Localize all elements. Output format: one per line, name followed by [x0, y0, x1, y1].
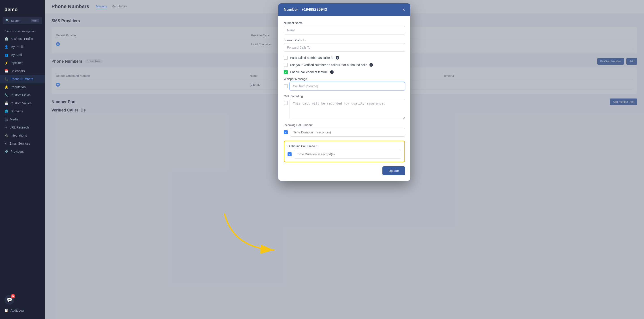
sidebar-item-label: My Profile [10, 45, 24, 49]
building-icon: 🏢 [4, 37, 8, 41]
sidebar-item-label: Audit Log [10, 309, 24, 312]
whisper-row [284, 82, 405, 90]
search-shortcut: ctrl K [31, 19, 40, 22]
pass-called-info-icon[interactable]: i [336, 56, 339, 60]
forward-calls-input[interactable] [284, 43, 405, 52]
sidebar: demo 🔍 Search ctrl K Back to main naviga… [0, 0, 45, 319]
sidebar-item-audit-log[interactable]: 📋 Audit Log [4, 306, 40, 314]
sidebar-item-pipelines[interactable]: ⚡ Pipelines [0, 59, 45, 67]
users-icon: 👥 [4, 53, 8, 57]
arrow-container: Number - +19498285943 × Number Name Forw… [278, 3, 410, 181]
outbound-timeout-input[interactable] [294, 150, 401, 158]
update-button[interactable]: Update [382, 166, 405, 175]
sidebar-item-integrations[interactable]: 🔌 Integrations [0, 131, 45, 139]
enable-call-connect-checkbox[interactable]: ✓ [284, 70, 288, 74]
back-to-navigation[interactable]: Back to main navigation [0, 28, 45, 35]
email-icon: ✉ [4, 142, 7, 145]
user-icon: 👤 [4, 45, 8, 49]
incoming-timeout-checkbox[interactable]: ✓ [284, 130, 288, 134]
modal-body: Number Name Forward Calls To Pass called… [278, 16, 410, 181]
sidebar-item-media[interactable]: 🖼 Media [0, 115, 45, 123]
sidebar-item-label: Providers [10, 150, 24, 153]
sidebar-item-label: Reputation [10, 85, 26, 89]
enable-call-connect-group: ✓ Enable call connect feature i [284, 70, 405, 74]
sidebar-item-custom-values[interactable]: 💾 Custom Values [0, 99, 45, 107]
search-bar[interactable]: 🔍 Search ctrl K [3, 17, 42, 24]
number-name-input[interactable] [284, 26, 405, 35]
integrations-icon: 🔌 [4, 134, 8, 137]
use-verified-number-label: Use your Verified Number as callerID for… [290, 63, 367, 67]
number-name-group: Number Name [284, 21, 405, 35]
sidebar-item-business-profile[interactable]: 🏢 Business Profile [0, 35, 45, 43]
number-name-label: Number Name [284, 21, 405, 25]
audit-icon: 📋 [4, 309, 8, 312]
sidebar-item-label: Business Profile [10, 37, 33, 41]
use-verified-number-checkbox[interactable] [284, 63, 288, 67]
star-icon: ⭐ [4, 85, 8, 89]
whisper-message-input[interactable] [290, 82, 405, 90]
chat-icon-wrap[interactable]: 💬 14 [4, 295, 14, 305]
use-verified-number-group: Use your Verified Number as callerID for… [284, 63, 405, 67]
sidebar-item-label: Custom Values [10, 101, 32, 105]
sidebar-item-label: Phone Numbers [10, 77, 33, 81]
chat-badge: 14 [11, 294, 15, 298]
arrow-svg [216, 207, 287, 257]
modal-close-button[interactable]: × [402, 8, 405, 12]
incoming-timeout-group: Incoming Call Timeout ✓ [284, 123, 405, 137]
modal-header: Number - +19498285943 × [278, 3, 410, 16]
sidebar-item-providers[interactable]: 🔗 Providers [0, 148, 45, 156]
search-label: Search [11, 19, 20, 22]
sidebar-item-label: My Staff [10, 53, 22, 57]
sidebar-item-label: URL Redirects [10, 126, 30, 129]
pipeline-icon: ⚡ [4, 61, 8, 65]
sidebar-item-custom-fields[interactable]: 🔧 Custom Fields [0, 91, 45, 99]
modal-overlay: Number - +19498285943 × Number Name Forw… [45, 0, 644, 319]
whisper-checkbox[interactable] [284, 84, 288, 88]
sidebar-item-label: Calendars [10, 69, 25, 73]
values-icon: 💾 [4, 101, 8, 105]
pass-called-number-checkbox[interactable] [284, 56, 288, 60]
provider-icon: 🔗 [4, 150, 8, 153]
outbound-timeout-label: Outbound Call Timeout [288, 144, 401, 148]
sidebar-item-label: Email Services [10, 142, 30, 145]
incoming-timeout-row: ✓ [284, 128, 405, 137]
sidebar-item-calendars[interactable]: 📅 Calendars [0, 67, 45, 75]
pass-called-number-label: Pass called number as caller id [290, 56, 334, 60]
sidebar-item-label: Custom Fields [10, 93, 30, 97]
modal-footer: Update [284, 166, 405, 175]
forward-calls-label: Forward Calls To [284, 39, 405, 42]
incoming-timeout-label: Incoming Call Timeout [284, 123, 405, 127]
enable-call-connect-label: Enable call connect feature [290, 70, 328, 74]
sidebar-item-url-redirects[interactable]: ↗ URL Redirects [0, 123, 45, 131]
calendar-icon: 📅 [4, 69, 8, 73]
whisper-message-group: Whisper Message [284, 77, 405, 90]
call-recording-row [284, 99, 405, 119]
sidebar-item-email-services[interactable]: ✉ Email Services [0, 139, 45, 148]
enable-call-connect-info-icon[interactable]: i [330, 70, 334, 74]
incoming-timeout-input[interactable] [290, 128, 405, 137]
forward-calls-group: Forward Calls To [284, 39, 405, 52]
redirect-icon: ↗ [4, 126, 7, 129]
sidebar-item-label: Domains [10, 110, 23, 113]
media-icon: 🖼 [4, 118, 8, 121]
call-recording-checkbox[interactable] [284, 101, 288, 105]
sidebar-item-my-profile[interactable]: 👤 My Profile [0, 43, 45, 51]
sidebar-bottom: 💬 14 📋 Audit Log [0, 295, 45, 314]
phone-icon: 📞 [4, 77, 8, 81]
sidebar-item-label: Integrations [10, 134, 27, 137]
sidebar-item-label: Media [10, 118, 18, 121]
sidebar-item-reputation[interactable]: ⭐ Reputation [0, 83, 45, 91]
outbound-timeout-highlight: Outbound Call Timeout ✓ [284, 141, 405, 162]
modal-title: Number - +19498285943 [284, 8, 327, 12]
globe-icon: 🌐 [4, 110, 8, 113]
outbound-timeout-row: ✓ [288, 150, 401, 158]
app-logo: demo [0, 5, 45, 17]
sidebar-item-phone-numbers[interactable]: 📞 Phone Numbers [0, 75, 45, 83]
call-recording-label: Call Recording [284, 95, 405, 98]
call-recording-textarea[interactable] [290, 99, 405, 119]
sidebar-item-my-staff[interactable]: 👥 My Staff [0, 51, 45, 59]
sidebar-item-domains[interactable]: 🌐 Domains [0, 107, 45, 115]
use-verified-info-icon[interactable]: i [370, 63, 373, 67]
call-recording-group: Call Recording [284, 95, 405, 119]
outbound-timeout-checkbox[interactable]: ✓ [288, 152, 292, 156]
